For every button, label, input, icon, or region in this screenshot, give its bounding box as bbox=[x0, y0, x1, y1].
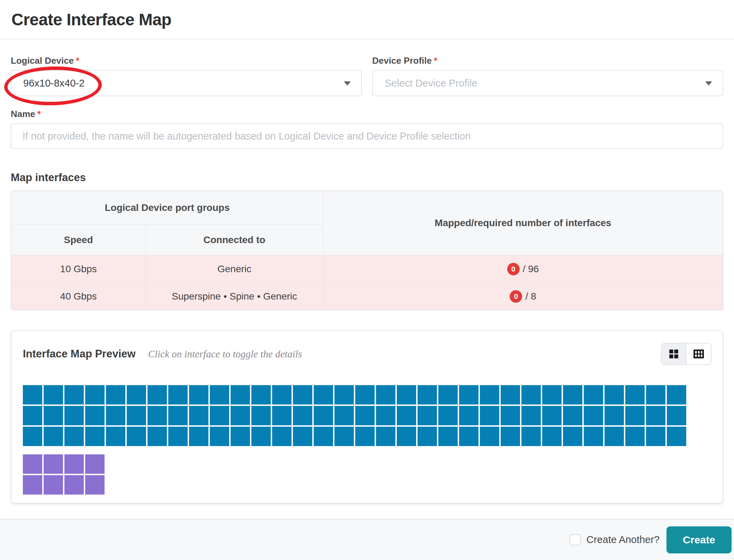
interface-cell[interactable] bbox=[272, 406, 292, 425]
interface-cell[interactable] bbox=[293, 406, 312, 425]
interface-cell[interactable] bbox=[314, 406, 333, 425]
interface-cell[interactable] bbox=[563, 406, 582, 425]
interface-cell[interactable] bbox=[44, 475, 63, 495]
interface-cell[interactable] bbox=[23, 427, 42, 446]
interface-cell[interactable] bbox=[334, 385, 354, 405]
grid-view-button[interactable] bbox=[662, 344, 686, 364]
interface-cell[interactable] bbox=[272, 427, 292, 446]
interface-cell[interactable] bbox=[85, 475, 105, 495]
interface-cell[interactable] bbox=[521, 385, 541, 405]
interface-cell[interactable] bbox=[85, 454, 105, 474]
interface-cell[interactable] bbox=[376, 385, 395, 405]
interface-cell[interactable] bbox=[459, 406, 478, 425]
interface-cell[interactable] bbox=[646, 406, 665, 425]
interface-cell[interactable] bbox=[438, 427, 458, 446]
interface-cell[interactable] bbox=[147, 406, 167, 425]
interface-cell[interactable] bbox=[23, 454, 42, 474]
interface-cell[interactable] bbox=[189, 406, 208, 425]
interface-cell[interactable] bbox=[542, 406, 562, 425]
interface-cell[interactable] bbox=[438, 406, 458, 425]
interface-cell[interactable] bbox=[147, 427, 167, 446]
interface-cell[interactable] bbox=[210, 385, 229, 405]
interface-cell[interactable] bbox=[355, 385, 375, 405]
interface-cell[interactable] bbox=[64, 454, 84, 474]
interface-cell[interactable] bbox=[459, 427, 478, 446]
interface-cell[interactable] bbox=[64, 427, 84, 446]
interface-cell[interactable] bbox=[44, 385, 63, 405]
logical-device-select[interactable]: 96x10-8x40-2 bbox=[11, 70, 362, 96]
interface-cell[interactable] bbox=[459, 385, 478, 405]
interface-cell[interactable] bbox=[501, 406, 520, 425]
interface-cell[interactable] bbox=[625, 406, 645, 425]
interface-cell[interactable] bbox=[168, 406, 188, 425]
name-input[interactable] bbox=[11, 123, 723, 149]
interface-cell[interactable] bbox=[542, 385, 562, 405]
interface-cell[interactable] bbox=[189, 385, 208, 405]
interface-cell[interactable] bbox=[23, 475, 42, 495]
interface-cell[interactable] bbox=[251, 427, 271, 446]
interface-cell[interactable] bbox=[293, 385, 312, 405]
interface-cell[interactable] bbox=[293, 427, 312, 446]
interface-cell[interactable] bbox=[168, 427, 188, 446]
interface-cell[interactable] bbox=[355, 427, 375, 446]
interface-cell[interactable] bbox=[355, 406, 375, 425]
interface-cell[interactable] bbox=[521, 406, 541, 425]
interface-cell[interactable] bbox=[147, 385, 167, 405]
interface-cell[interactable] bbox=[251, 385, 271, 405]
interface-cell[interactable] bbox=[106, 406, 125, 425]
interface-cell[interactable] bbox=[376, 406, 395, 425]
interface-cell[interactable] bbox=[127, 406, 146, 425]
interface-cell[interactable] bbox=[376, 427, 395, 446]
interface-cell[interactable] bbox=[251, 406, 271, 425]
interface-cell[interactable] bbox=[334, 406, 354, 425]
interface-cell[interactable] bbox=[64, 385, 84, 405]
interface-cell[interactable] bbox=[605, 406, 624, 425]
interface-cell[interactable] bbox=[418, 385, 437, 405]
interface-cell[interactable] bbox=[501, 385, 520, 405]
interface-cell[interactable] bbox=[667, 427, 686, 446]
interface-cell[interactable] bbox=[44, 427, 63, 446]
interface-cell[interactable] bbox=[85, 406, 105, 425]
interface-cell[interactable] bbox=[64, 475, 84, 495]
interface-cell[interactable] bbox=[584, 385, 603, 405]
interface-cell[interactable] bbox=[584, 406, 603, 425]
interface-cell[interactable] bbox=[64, 406, 84, 425]
interface-cell[interactable] bbox=[231, 385, 250, 405]
interface-cell[interactable] bbox=[480, 385, 499, 405]
interface-cell[interactable] bbox=[418, 406, 437, 425]
interface-cell[interactable] bbox=[563, 427, 582, 446]
interface-cell[interactable] bbox=[625, 427, 645, 446]
interface-cell[interactable] bbox=[667, 406, 686, 425]
create-button[interactable]: Create bbox=[666, 526, 732, 553]
interface-cell[interactable] bbox=[667, 385, 686, 405]
interface-cell[interactable] bbox=[521, 427, 541, 446]
interface-cell[interactable] bbox=[480, 406, 499, 425]
interface-cell[interactable] bbox=[605, 385, 624, 405]
interface-cell[interactable] bbox=[625, 385, 645, 405]
interface-cell[interactable] bbox=[231, 406, 250, 425]
interface-cell[interactable] bbox=[231, 427, 250, 446]
device-profile-select[interactable]: Select Device Profile bbox=[372, 70, 723, 96]
interface-cell[interactable] bbox=[314, 385, 333, 405]
interface-cell[interactable] bbox=[127, 427, 146, 446]
interface-cell[interactable] bbox=[397, 385, 416, 405]
interface-cell[interactable] bbox=[168, 385, 188, 405]
interface-cell[interactable] bbox=[418, 427, 437, 446]
interface-cell[interactable] bbox=[85, 427, 105, 446]
interface-cell[interactable] bbox=[646, 385, 665, 405]
interface-cell[interactable] bbox=[272, 385, 292, 405]
interface-cell[interactable] bbox=[397, 427, 416, 446]
interface-cell[interactable] bbox=[44, 406, 63, 425]
interface-cell[interactable] bbox=[106, 385, 125, 405]
create-another-checkbox[interactable] bbox=[570, 534, 581, 545]
interface-cell[interactable] bbox=[210, 427, 229, 446]
interface-cell[interactable] bbox=[85, 385, 105, 405]
interface-cell[interactable] bbox=[23, 385, 42, 405]
interface-cell[interactable] bbox=[646, 427, 665, 446]
interface-cell[interactable] bbox=[480, 427, 499, 446]
interface-cell[interactable] bbox=[23, 406, 42, 425]
interface-cell[interactable] bbox=[127, 385, 146, 405]
interface-cell[interactable] bbox=[210, 406, 229, 425]
interface-cell[interactable] bbox=[605, 427, 624, 446]
interface-cell[interactable] bbox=[189, 427, 208, 446]
